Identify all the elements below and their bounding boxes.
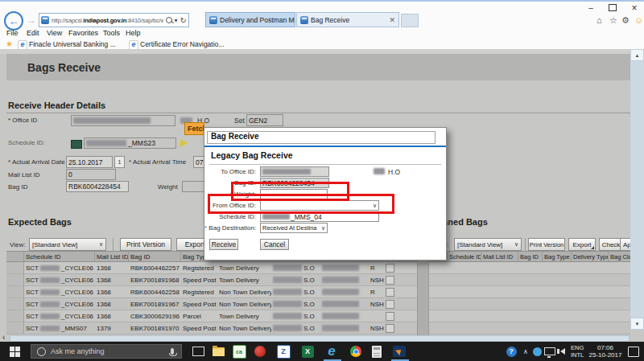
view-select[interactable]: [Standard View] [454,238,522,251]
menu-help[interactable]: Help [126,29,141,37]
home-icon[interactable]: ⌂ [597,15,602,25]
row-checkbox[interactable] [386,264,394,273]
col-mail-list-id[interactable]: Mail List ID [481,252,518,261]
selector-column-header[interactable] [6,252,24,261]
favorites-star-icon[interactable]: ☆ [609,15,617,26]
horizontal-scrollbar[interactable] [10,335,630,342]
print-version-button[interactable]: Print Version [120,238,171,251]
col-delivery-type[interactable]: Delivery Type [572,252,609,261]
table-row[interactable]: SCT_CYCLE06 1368 RBK6004462257 Registere… [6,262,417,274]
tab-close-icon[interactable]: ✕ [389,16,395,24]
tray-app-icon[interactable] [530,343,543,359]
tray-expand-icon[interactable] [520,343,531,359]
value-help-icon[interactable] [180,139,188,147]
favorite-finacle[interactable]: Finacle Universal Banking ... [29,40,116,48]
arrival-date-field[interactable]: 25.10.2017 [66,156,113,168]
vertical-scrollbar[interactable]: ▴ ▾ [630,49,644,330]
language-indicator[interactable]: ENGINTL [571,345,584,359]
row-selector[interactable] [6,262,24,273]
col-schedule-id[interactable]: Schedule ID [24,252,95,261]
divider [209,164,441,165]
scroll-up-icon[interactable]: ▴ [630,49,644,61]
export-button[interactable]: Export [568,238,596,251]
feedback-smiley-icon[interactable]: ☺ [634,15,643,25]
start-button[interactable] [0,342,29,361]
empty-row [429,322,630,334]
table-row[interactable]: SCT_CYCLE06 1368 RBK6004462258 Registere… [6,286,417,298]
schedule-id-field[interactable]: _MMS23 [84,137,176,149]
table-row[interactable]: SCT_CYCLE06 1368 EBK7001891967 Speed Pos… [6,298,417,310]
favorites-bar-star-icon[interactable] [6,39,13,48]
menu-tools[interactable]: Tools [103,29,120,37]
bag-id-field[interactable]: RBK6004228454 [66,181,129,192]
menu-favorites[interactable]: Favorites [68,29,98,37]
col-bag-type[interactable]: Bag Type [543,252,572,261]
volume-icon[interactable] [556,343,569,359]
close-icon[interactable] [625,2,644,14]
view-select[interactable]: [Standard View] [29,238,106,251]
scroll-down-icon[interactable]: ▾ [630,318,644,330]
col-schedule-id[interactable]: Schedule ID [448,252,481,261]
file-explorer-icon[interactable] [210,343,226,359]
row-checkbox[interactable] [386,312,394,321]
search-icon[interactable] [166,17,172,23]
row-selector[interactable] [6,286,24,297]
app-ca-icon[interactable]: ca [231,343,247,359]
internet-explorer-icon[interactable]: e [324,343,340,359]
settings-gear-icon[interactable]: ⚙ [621,15,630,26]
table-row[interactable]: SCT_CYCLE06 1368 EBK7001891968 Speed Pos… [6,274,417,286]
display-icon[interactable] [71,140,82,149]
minimize-icon[interactable] [581,2,601,14]
menu-edit[interactable]: Edit [27,29,39,37]
microphone-icon[interactable] [171,348,174,355]
clock[interactable]: 07:0625-10-2017 [588,345,622,359]
row-checkbox[interactable] [386,288,394,297]
row-selector[interactable] [6,274,24,285]
help-icon[interactable]: ? [503,343,519,359]
row-checkbox[interactable] [386,276,394,285]
tab2-label: Bag Receive [311,16,349,24]
row-selector[interactable] [6,310,24,322]
app-red-icon[interactable] [252,343,268,359]
mail-list-field: 0 [66,169,116,180]
bag-destination-select[interactable]: Received At Destina [260,223,328,233]
url-text[interactable]: http://sapcsi.indiapost.gov.in:8410/sap/… [52,17,163,24]
app-doc-icon[interactable]: Z [275,343,291,359]
network-icon[interactable] [543,343,557,359]
favorite-cert-error[interactable]: Certificate Error Navigatio... [140,40,224,48]
chrome-icon[interactable] [348,343,364,359]
cancel-button[interactable]: Cancel [260,239,289,250]
maximize-icon[interactable] [604,2,621,14]
tab-delivery-postman[interactable]: Delivery and Postman Manage... [205,12,295,27]
excel-icon[interactable]: X [299,343,316,359]
calculator-icon[interactable] [369,343,385,359]
cortana-search-input[interactable]: Ask me anything [31,344,182,359]
address-bar[interactable]: http://sapcsi.indiapost.gov.in:8410/sap/… [39,13,189,27]
action-center-icon[interactable] [625,343,642,359]
table-row[interactable]: SCT_MMS07 1379 EBK7001891970 Speed Post … [6,322,417,334]
row-checkbox[interactable] [386,324,394,333]
refresh-icon[interactable] [180,16,187,25]
table-row[interactable]: SCT_CYCLE06 1368 CBK3000629196 Parcel To… [6,310,417,322]
fetch-button[interactable]: Fetch [184,122,204,135]
tab-bag-receive[interactable]: Bag Receive ✕ [296,12,399,27]
print-version-button[interactable]: Print Version [528,238,565,251]
row-selector[interactable] [6,322,24,334]
col-bag-id[interactable]: Bag ID [518,252,543,261]
menu-file[interactable]: File [6,29,19,37]
calendar-icon[interactable]: 1 [114,156,125,168]
app-flag-icon[interactable] [391,343,407,359]
scroll-left-icon[interactable] [2,333,5,342]
col-bag-id[interactable]: Bag ID [129,252,181,261]
col-mail-list-id[interactable]: Mail List ID [95,252,129,261]
office-id-field[interactable] [71,115,175,126]
browser-chrome: http://sapcsi.indiapost.gov.in:8410/sap/… [0,0,644,49]
address-dropdown-icon[interactable] [175,17,178,24]
row-selector[interactable] [6,298,24,310]
receive-button[interactable]: Receive [209,239,238,250]
new-tab-button[interactable] [401,14,419,27]
forward-icon[interactable] [25,14,38,27]
menu-view[interactable]: View [47,29,62,37]
task-view-icon[interactable] [190,343,206,359]
row-checkbox[interactable] [386,300,394,309]
